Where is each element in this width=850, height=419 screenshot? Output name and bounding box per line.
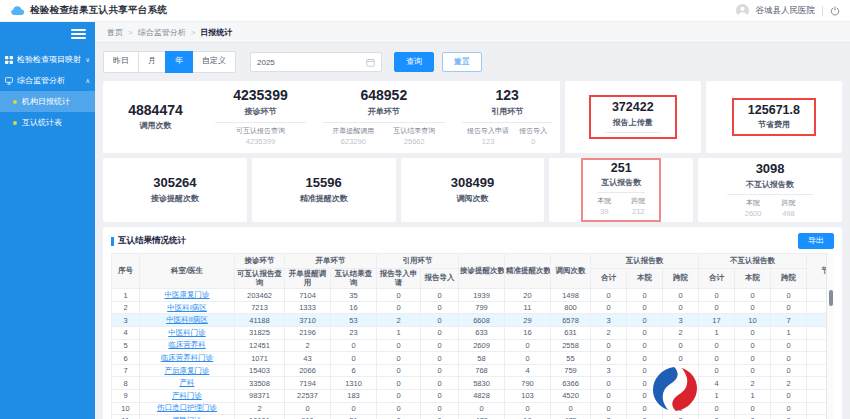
range-yesterday-button[interactable]: 昨日 <box>103 51 139 73</box>
dept-link[interactable]: 中医康复门诊 <box>165 290 210 299</box>
stat-value: 123 <box>496 88 519 103</box>
dept-link[interactable]: 中医科II病区 <box>166 315 208 324</box>
breadcrumb-home[interactable]: 首页 <box>107 27 123 38</box>
row-cell: 20 <box>505 289 551 302</box>
row-cell: 3 <box>591 314 627 327</box>
row-cell: 6 <box>331 364 377 377</box>
row-dept-cell: 便民门诊 <box>140 415 235 419</box>
range-custom-button[interactable]: 自定义 <box>192 51 236 73</box>
row-cell: 33508 <box>235 377 285 390</box>
dept-link[interactable]: 临床营养科门诊 <box>161 353 214 362</box>
not-mutual-report-card: 3098 不互认报告数 本院 2600 跨院 498 <box>698 158 842 222</box>
row-cell: 3 <box>591 415 627 419</box>
row-dept-cell: 中医科门诊 <box>140 327 235 340</box>
row-cell: 1 <box>735 390 771 403</box>
stat-sub-value: 123 <box>467 137 509 146</box>
col-notmutual-local: 本院 <box>735 269 771 289</box>
row-cell: 2 <box>663 327 699 340</box>
stat-sub-label: 报告导入 <box>519 126 547 136</box>
hospital-name[interactable]: 谷城县人民医院 <box>756 5 816 17</box>
year-picker-value: 2025 <box>257 58 275 67</box>
page-content: 昨日 月 年 自定义 2025 查询 重置 4884474 调用次数 <box>95 43 850 419</box>
dept-link[interactable]: 伤口造口护理门诊 <box>157 403 217 412</box>
col-view: 调阅次数 <box>551 254 591 289</box>
row-cell: 2609 <box>459 339 505 352</box>
scrollbar-thumb[interactable] <box>829 290 833 306</box>
stat-label: 引用环节 <box>491 106 523 117</box>
col-group-reception: 接诊环节 <box>235 254 285 269</box>
row-cell: 0 <box>421 301 459 314</box>
reset-button[interactable]: 重置 <box>442 52 482 72</box>
dept-link[interactable]: 中医科I病区 <box>167 303 207 312</box>
row-cell: 0 <box>771 364 807 377</box>
row-cell: 768 <box>459 364 505 377</box>
logout-power-icon[interactable] <box>830 6 840 16</box>
sidebar-subitem-daily-report[interactable]: 机构日报统计 <box>0 91 95 112</box>
query-button[interactable]: 查询 <box>394 52 434 72</box>
stat-sub-value: 2600 <box>745 209 762 218</box>
year-picker-input[interactable]: 2025 <box>250 52 382 72</box>
row-cell: 0 <box>699 364 735 377</box>
row-cell: 0 <box>591 402 627 415</box>
row-cell: 0 <box>663 390 699 403</box>
avatar[interactable] <box>736 4 749 17</box>
breadcrumb-separator: > <box>191 28 196 37</box>
hamburger-menu-icon[interactable] <box>71 27 86 41</box>
row-dept-cell: 中医康复门诊 <box>140 289 235 302</box>
table-row: 7产后康复门诊1540320666007684759303000 <box>112 364 835 377</box>
sidebar-item-mapping-management[interactable]: 检验检查项目映射管理 ∨ <box>0 49 95 70</box>
row-seq: 8 <box>112 377 140 390</box>
row-cell: 43 <box>285 352 331 365</box>
row-cell: 0 <box>421 339 459 352</box>
sidebar-item-supervision-analysis[interactable]: 综合监管分析 ∧ <box>0 70 95 91</box>
row-cell: 0 <box>421 415 459 419</box>
row-cell: 1310 <box>331 377 377 390</box>
col-group-order: 开单环节 <box>285 254 377 269</box>
row-seq: 7 <box>112 364 140 377</box>
sidebar-subitem-mutual-stats[interactable]: 互认统计表 <box>0 112 95 133</box>
row-cell: 3 <box>663 364 699 377</box>
dept-link[interactable]: 中医科门诊 <box>168 328 206 337</box>
row-cell: 3 <box>591 364 627 377</box>
row-cell: 0 <box>771 402 807 415</box>
row-dept-cell: 产后康复门诊 <box>140 364 235 377</box>
row-cell: 0 <box>591 301 627 314</box>
stat-sub-label: 可互认报告查询 <box>236 126 285 136</box>
row-cell: 203462 <box>235 289 285 302</box>
table-vertical-scrollbar[interactable] <box>826 253 834 419</box>
top-right: 谷城县人民医院 <box>736 4 841 17</box>
row-seq: 2 <box>112 301 140 314</box>
stat-sub: 互认结果查询 25662 <box>393 126 435 146</box>
stats-row-2: 305264 接诊提醒次数 15596 精准提醒次数 308499 调阅次数 2… <box>103 158 842 222</box>
range-month-button[interactable]: 月 <box>138 51 166 73</box>
breadcrumb-supervision[interactable]: 综合监管分析 <box>138 27 186 38</box>
row-cell: 31825 <box>235 327 285 340</box>
row-cell: 16 <box>505 415 551 419</box>
row-cell: 0 <box>735 301 771 314</box>
row-seq: 6 <box>112 352 140 365</box>
dept-link[interactable]: 产后康复门诊 <box>165 366 210 375</box>
row-dept-cell: 临床营养科 <box>140 339 235 352</box>
table-row: 3中医科II病区41188371053206608296578303171071 <box>112 314 835 327</box>
divider <box>605 132 661 133</box>
stat-sub-label: 报告导入申请 <box>467 126 509 136</box>
row-cell: 0 <box>699 301 735 314</box>
col-notmutual-cross: 跨院 <box>771 269 807 289</box>
stat-label: 接诊提醒次数 <box>151 193 199 204</box>
stat-sub-label: 跨院 <box>781 198 795 208</box>
row-cell: 0 <box>377 364 421 377</box>
dept-link[interactable]: 临床营养科 <box>168 340 206 349</box>
stat-sub: 可互认报告查询 4235399 <box>236 126 285 146</box>
row-cell: 55 <box>551 352 591 365</box>
dept-link[interactable]: 产科门诊 <box>172 391 202 400</box>
stat-label: 调阅次数 <box>456 193 488 204</box>
row-cell: 1 <box>377 327 421 340</box>
row-cell: 0 <box>377 402 421 415</box>
stat-label: 精准提醒次数 <box>300 193 348 204</box>
range-year-button[interactable]: 年 <box>165 51 193 73</box>
pipeline-stats-card: 4884474 调用次数 4235399 接诊环节 可互认报告查询 423539… <box>103 81 560 153</box>
dept-link[interactable]: 产科 <box>180 378 195 387</box>
row-cell: 0 <box>663 377 699 390</box>
export-button[interactable]: 导出 <box>798 233 834 249</box>
stat-sub: 报告导入申请 123 <box>467 126 509 146</box>
